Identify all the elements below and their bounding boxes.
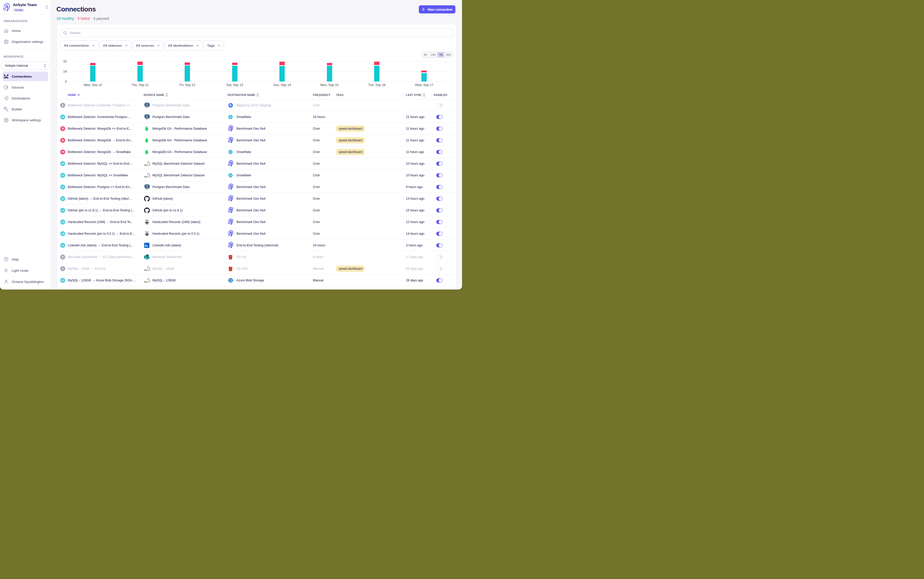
connection-row[interactable]: Bottleneck Detector: MongoDb → End-to-En… [57, 134, 456, 146]
sort-icon [77, 94, 80, 96]
sidebar-item-workspace-settings[interactable]: Workspace settings [3, 115, 48, 125]
home-icon [3, 28, 9, 33]
column-header-name[interactable]: NAME [68, 93, 80, 96]
enabled-toggle[interactable] [437, 278, 442, 282]
connection-row[interactable]: Microsoft SharePoint → S3 (13mb performa… [57, 251, 456, 263]
enabled-toggle[interactable] [437, 185, 442, 189]
enabled-toggle[interactable] [437, 127, 442, 131]
frequency: Cron [313, 220, 320, 224]
sidebar-item-sources[interactable]: Sources [3, 82, 48, 92]
destination-name: Benchmark Dev Null [236, 139, 266, 142]
column-header-last_sync[interactable]: LAST SYNC [406, 93, 425, 96]
page-title: Connections [56, 6, 96, 13]
connections-icon [3, 74, 9, 79]
frequency: Cron [313, 173, 320, 177]
sidebar-item-light-mode[interactable]: Light mode [3, 266, 48, 275]
healthy-count: 29 healthy [56, 16, 74, 21]
connection-row[interactable]: MySQL - 128GB → Azure Blob Storage JSOn … [57, 275, 456, 286]
frequency: Cron [313, 139, 320, 142]
chart-bar[interactable] [138, 25, 143, 82]
status-failed-icon [60, 126, 65, 131]
chart-bar[interactable] [232, 25, 238, 82]
last-sync: 27 days ago [406, 255, 423, 259]
column-header-source[interactable]: SOURCE NAME [143, 93, 168, 96]
status-paused-icon [60, 255, 65, 260]
enabled-toggle[interactable] [437, 173, 442, 177]
enabled-toggle[interactable] [437, 196, 442, 201]
sidebar-item-destinations[interactable]: Destinations [3, 93, 48, 103]
enabled-toggle[interactable] [437, 267, 442, 271]
x-axis-label: Fri, Sep 12 [167, 83, 208, 87]
status-failed-icon [60, 138, 65, 143]
connection-row[interactable]: Hardcoded Records (pin to 0.0.1) → End-t… [57, 228, 456, 239]
connection-row[interactable]: Bottleneck Detector: Postgres <> End-to-… [57, 181, 456, 193]
enabled-toggle[interactable] [437, 232, 442, 236]
sidebar-item-label: Help [11, 258, 18, 261]
y-axis-label: 16 [58, 70, 67, 73]
connections-card: All connectionsAll statusesAll sourcesAl… [57, 24, 456, 290]
tag-pill: speed-dashboard [336, 137, 365, 143]
enabled-toggle[interactable] [437, 150, 442, 154]
connection-row[interactable]: Bottleneck Detector Candidate: Postgres … [57, 100, 456, 111]
new-connection-button[interactable]: New connection [419, 5, 455, 13]
enabled-toggle[interactable] [437, 103, 442, 107]
devnull-icon [228, 195, 233, 202]
sun-icon [3, 268, 9, 273]
frequency: Manual [313, 267, 323, 270]
github-icon [144, 207, 150, 213]
svg-text:..: .. [149, 270, 150, 271]
sidebar-item-user[interactable]: Octavia Squiddington [3, 277, 48, 286]
chart-bar[interactable] [421, 25, 427, 82]
sidebar-item-label: Organization settings [11, 40, 43, 44]
connection-row[interactable]: MySQL - 10GB → S3 CSV MySQL.. MySQL - 10… [57, 263, 456, 275]
connection-row[interactable]: Bottleneck Detector: MongoDb <> End-to-E… [57, 123, 456, 134]
chart-bar[interactable] [327, 25, 332, 82]
expand-chevrons-icon[interactable] [46, 5, 48, 9]
status-failed-icon [60, 149, 65, 155]
sidebar-item-label: Light mode [11, 269, 28, 273]
chart-bar[interactable] [279, 25, 285, 82]
column-header-destination[interactable]: DESTINATION NAME [228, 93, 259, 96]
column-header-enabled[interactable]: ENABLED [434, 93, 447, 96]
table-header: NAMESOURCE NAMEDESTINATION NAMEFREQUENCY… [57, 90, 456, 100]
connection-row[interactable]: Bottleneck Detector: MySQL <> End-to-End… [57, 158, 456, 170]
connection-row[interactable]: GitHub (pin to v1.8.1) → End-to-End Test… [57, 204, 456, 216]
enabled-toggle[interactable] [437, 138, 442, 142]
sidebar-item-home[interactable]: Home [3, 26, 48, 36]
connection-name: Bottleneck Detector: MySQL <> End-to-End… [68, 162, 133, 165]
sidebar-item-connections[interactable]: Connections [3, 72, 48, 81]
enabled-toggle[interactable] [437, 220, 442, 224]
enabled-toggle[interactable] [437, 255, 442, 259]
sidebar-header[interactable]: Airbyte Team TEAMS [0, 0, 51, 15]
enabled-toggle[interactable] [437, 208, 442, 213]
snowflake-icon [228, 173, 233, 178]
airbyte-logo-icon [3, 3, 10, 12]
last-sync: 10 hours ago [406, 162, 424, 165]
enabled-toggle[interactable] [437, 243, 442, 247]
column-header-frequency[interactable]: FREQUENCY [313, 93, 330, 96]
sidebar-item-help[interactable]: Help [3, 255, 48, 264]
frequency: Cron [313, 150, 320, 154]
tag-pill: speed-dashboard [336, 266, 365, 272]
enabled-toggle[interactable] [437, 162, 442, 166]
column-header-tags[interactable]: TAGS [336, 93, 344, 96]
connection-row[interactable]: LinkedIn Ads (latest) → End-to-End Testi… [57, 239, 456, 251]
chart-bar[interactable] [374, 25, 379, 82]
connection-row[interactable]: Bottleneck Detector: MongoDb → Snowflake… [57, 146, 456, 158]
table-body: Bottleneck Detector Candidate: Postgres … [57, 100, 456, 286]
connection-row[interactable]: Bottleneck Detector: Incremental Postgre… [57, 111, 456, 123]
enabled-toggle[interactable] [437, 115, 442, 119]
connection-row[interactable]: Hardcoded Records (24M) → End-to-End Te.… [57, 216, 456, 228]
sidebar-item-builder[interactable]: Builder [3, 104, 48, 114]
source-icon [3, 85, 9, 90]
help-icon [3, 257, 9, 262]
chart-bar[interactable] [90, 25, 95, 82]
sidebar-item-organization-settings[interactable]: Organization settings [3, 37, 48, 46]
x-axis-label: Sat, Sep 13 [214, 83, 255, 87]
source-name: Postgres Benchmark Data [153, 103, 189, 107]
workspace-select[interactable]: Airbyte Internal [2, 61, 49, 70]
connection-row[interactable]: Bottleneck Detector: MySQL <> Snowflake … [57, 170, 456, 181]
chart-bar[interactable] [185, 25, 190, 82]
bigquery-icon [228, 103, 233, 108]
connection-row[interactable]: GitHub (latest) → End-to-End Testing (/d… [57, 193, 456, 204]
